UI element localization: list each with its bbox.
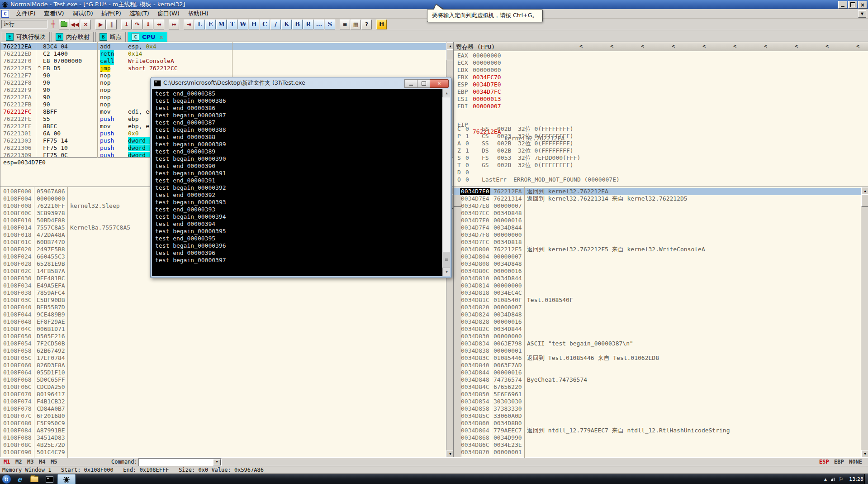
stack-row[interactable]: 0034D8505F6E6961 [454,391,868,398]
stack-row[interactable]: 0034D7F800000000 [454,231,868,239]
stack-row[interactable]: 0034D83000000000 [454,333,868,340]
scroll-down-icon[interactable]: ▼ [861,450,868,458]
taskbar-item-internet-explorer[interactable]: e [13,474,26,484]
stack-row[interactable]: 0034D8680034D990 [454,434,868,441]
flag-row[interactable]: Z1DS002B32位 0(FFFFFFFF) [454,147,868,154]
register-row[interactable]: EBP0034D7FC [454,88,868,96]
taskbar-item-debugger-active[interactable] [57,474,76,484]
console-maximize-button[interactable] [417,79,430,88]
taskbar-item-explorer[interactable] [28,474,41,484]
register-row[interactable]: ECX00000000 [454,59,868,67]
go-to-button[interactable]: ⇥ [184,19,194,29]
execute-till-return-button[interactable]: ↦ [169,19,179,29]
taskbar-clock[interactable]: 13:28 [849,476,863,482]
animate-into-button[interactable]: ⇓ [143,19,153,29]
menu-item-4[interactable]: 选项(T) [125,9,153,19]
memory-window-button-M4[interactable]: M4 [39,459,45,465]
restart-button[interactable]: ◀◀ [70,19,80,29]
letter-button-H[interactable]: H [249,19,259,29]
registers-pane[interactable]: 寄存器 (FPU) <<<<<<<<<< EAX00000000ECX00000… [453,42,868,187]
dump-row[interactable]: 0108F034E49A5EFA [0,282,454,289]
memory-window-button-M2[interactable]: M2 [15,459,22,465]
register-row[interactable]: EDI00000007 [454,103,868,110]
stack-scrollbar[interactable]: ▲ ▼ [861,187,868,458]
letter-button-slash[interactable]: / [270,19,281,29]
animate-over-button[interactable]: ↠ [154,19,164,29]
dump-row[interactable]: 0108F05C17EF0784 [0,355,454,362]
flag-row[interactable]: C0ES002B32位 0(FFFFFFFF) [454,125,868,133]
column-separator[interactable] [34,187,34,458]
console-minimize-button[interactable] [404,79,417,88]
stack-row[interactable]: 0034D8180034EC4C [454,289,868,297]
dump-row[interactable]: 0108F04C006B1D71 [0,326,454,333]
run-button[interactable]: ▶ [95,19,106,29]
stack-row[interactable]: 0034D82C0034D844 [454,326,868,333]
dump-row[interactable]: 0108F040BEB55B7D [0,304,454,311]
letter-button-C[interactable]: C [260,19,270,29]
scroll-down-icon[interactable]: ▼ [442,268,450,276]
letter-button-B[interactable]: B [292,19,303,29]
register-row[interactable]: ESI00000013 [454,96,868,103]
plugin-h-button[interactable]: H [376,19,387,29]
column-separator[interactable] [524,187,525,458]
stack-row[interactable]: 0034D7E800000007 [454,202,868,210]
stack-pane[interactable]: ▲ 0034D7E0762212EA返回到 kernel32.762212EA0… [453,187,868,458]
network-icon[interactable] [831,478,835,481]
maximize-button[interactable] [848,1,857,9]
stack-row[interactable]: 0034D83C01085446返回到 Test.01085446 来自 Tes… [454,355,868,362]
chevron-left-icon[interactable]: < [856,43,859,49]
chevron-left-icon[interactable]: < [764,43,767,49]
dump-row[interactable]: 0108F078CD84A0B7 [0,405,454,412]
console-title-bar[interactable]: C:\Users\microsoft\Desktop\新建文件夹 (3)\Tes… [151,77,451,89]
dump-row[interactable]: 0108F060826D3E8A [0,362,454,369]
column-separator[interactable] [36,42,36,158]
letter-button-R[interactable]: R [303,19,313,29]
dump-row[interactable]: 0108F074F4B1CB32 [0,398,454,405]
dump-row[interactable]: 0108F084A87991BE [0,427,454,434]
chevron-left-icon[interactable]: < [672,43,675,49]
stack-row[interactable]: 0034D7E0762212EA返回到 kernel32.762212EA [454,188,868,195]
flag-row[interactable]: T0GS002B32位 0(FFFFFFFF) [454,162,868,169]
letter-button-M[interactable]: M [216,19,227,29]
close-button[interactable]: × [858,1,867,9]
action-center-flag-icon[interactable]: ⚐ [839,476,843,482]
letter-button-K[interactable]: K [281,19,292,29]
command-bar-label-EBP[interactable]: EBP [834,459,844,465]
register-row[interactable]: ESP0034D7E0 [454,81,868,88]
letter-button-dots[interactable]: ... [314,19,324,29]
stack-row[interactable]: 0034D800762212F5返回到 kernel32.762212F5 来自… [454,246,868,253]
chevron-left-icon[interactable]: < [641,43,644,49]
chevron-left-icon[interactable]: < [610,43,613,49]
open-file-button[interactable] [59,19,69,29]
memory-window-button-M3[interactable]: M3 [27,459,33,465]
flag-row[interactable]: P1CS002332位 0(FFFFFFFF) [454,133,868,140]
console-scrollbar[interactable]: ▲ ▼ [442,89,450,276]
stack-row[interactable]: 0034D8340063E798ASCII "test begain_00000… [454,340,868,347]
taskbar-item-console[interactable] [43,474,56,484]
dump-row[interactable]: 0108F03CE5BF90DB [0,297,454,304]
stack-row[interactable]: 0034D82800000016 [454,318,868,326]
dump-row[interactable]: 0108F08834514D83 [0,434,454,441]
step-into-button[interactable]: ↓ [121,19,132,29]
stack-row[interactable]: 0034D85C33060A0D [454,412,868,420]
stack-row[interactable]: 0034D80C00000016 [454,268,868,275]
tab-断点[interactable]: B断点 [95,32,126,42]
flag-row[interactable]: S0FS005332位 7EFDD000(FFF) [454,154,868,162]
menu-item-1[interactable]: 查看(V) [40,9,68,19]
register-row[interactable]: EBX0034EC70 [454,74,868,81]
memory-window-button-M5[interactable]: M5 [51,459,57,465]
tab-内存映射[interactable]: M内存映射 [52,32,94,42]
stack-row[interactable]: 0034D80400000007 [454,253,868,260]
stack-row[interactable]: 0034D84874736574ByeCheat.74736574 [454,376,868,383]
scroll-thumb[interactable] [861,194,868,207]
step-over-button[interactable]: ↷ [132,19,142,29]
stack-row[interactable]: 0034D8600034D8B0 [454,420,868,427]
stack-row[interactable]: 0034D8400063E7AD [454,362,868,369]
stack-row[interactable]: 0034D84C67656220 [454,383,868,391]
flag-row[interactable]: A0SS002B32位 0(FFFFFFFF) [454,140,868,147]
stack-row[interactable]: 0034D83800000001 [454,347,868,355]
dump-row[interactable]: 0108F0449CE489B9 [0,311,454,318]
chevron-down-icon[interactable]: ▼ [213,459,221,465]
start-button[interactable] [2,474,11,484]
menu-item-6[interactable]: 帮助(H) [184,9,213,19]
